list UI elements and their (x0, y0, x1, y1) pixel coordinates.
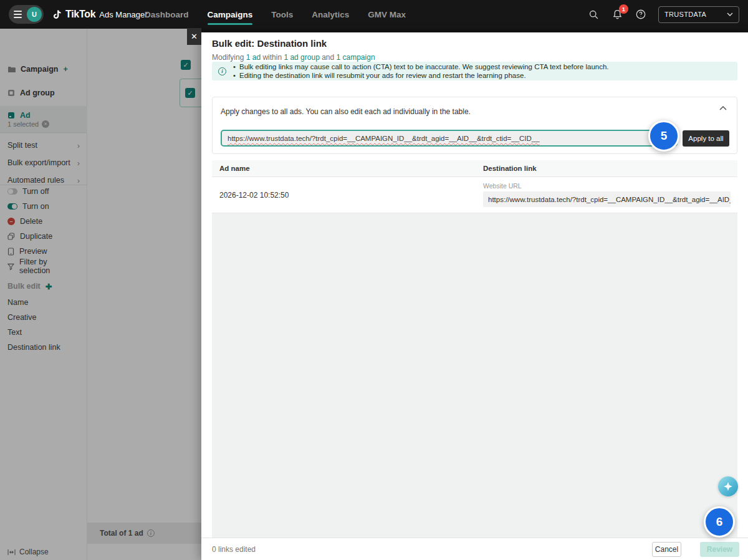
brand-name: TikTok (65, 9, 95, 20)
cancel-button[interactable]: Cancel (652, 542, 681, 557)
nav-analytics[interactable]: Analytics (312, 0, 349, 29)
modal-footer: 0 links edited Cancel Review (201, 538, 748, 560)
table-header: Ad name Destination link (212, 160, 737, 177)
notification-badge: 1 (619, 4, 628, 14)
ai-assistant-button[interactable] (718, 476, 738, 496)
apply-description: Apply changes to all ads. You can also e… (221, 107, 471, 116)
nav-gmv-max[interactable]: GMV Max (368, 0, 406, 29)
account-selector[interactable]: TRUSTDATA (658, 6, 739, 23)
search-icon[interactable] (587, 8, 600, 21)
links-edited-status: 0 links edited (212, 545, 256, 554)
tiktok-ads-manager-app: U TikTok Ads Manager Dashboard Campaigns… (0, 0, 748, 560)
modal-subtitle: Modifying 1 ad within 1 ad group and 1 c… (212, 53, 375, 62)
row-ad-name: 2026-12-02 10:52:50 (219, 191, 289, 200)
close-icon[interactable]: ✕ (187, 28, 201, 45)
primary-nav: Dashboard Campaigns Tools Analytics GMV … (145, 0, 406, 29)
step-5-badge: 5 (648, 120, 679, 152)
account-name: TRUSTDATA (664, 11, 706, 18)
menu-avatar-pill[interactable]: U (9, 5, 44, 24)
column-destination-link: Destination link (483, 165, 537, 172)
nav-dashboard[interactable]: Dashboard (145, 0, 189, 29)
avatar[interactable]: U (27, 7, 42, 22)
banner-bullet-2: Editing the destination link will resubm… (232, 71, 609, 80)
bulk-edit-modal: Bulk edit: Destination link Modifying 1 … (201, 32, 748, 560)
chevron-down-icon (727, 12, 733, 16)
sparkle-icon (722, 481, 734, 492)
banner-bullet-1: Bulk editing links may cause call to act… (232, 62, 609, 71)
info-banner: i Bulk editing links may cause call to a… (212, 62, 737, 80)
help-icon[interactable] (635, 8, 647, 21)
step-6-badge: 6 (704, 506, 735, 538)
chevron-up-icon[interactable] (719, 106, 727, 110)
notifications-bell-icon[interactable]: 1 (611, 8, 623, 21)
column-ad-name: Ad name (212, 165, 483, 172)
nav-campaigns[interactable]: Campaigns (208, 0, 253, 29)
modal-title: Bulk edit: Destination link (212, 38, 327, 49)
destination-url-input[interactable]: https://www.trustdata.tech/?trdt_cpid=__… (221, 130, 678, 147)
brand-suffix: Ads Manager (99, 10, 147, 19)
ads-edit-table: Ad name Destination link 2026-12-02 10:5… (212, 160, 737, 538)
apply-to-all-button[interactable]: Apply to all (683, 130, 729, 147)
top-navbar: U TikTok Ads Manager Dashboard Campaigns… (0, 0, 748, 29)
nav-tools[interactable]: Tools (271, 0, 293, 29)
hamburger-icon[interactable] (14, 11, 22, 18)
link-1-campaign[interactable]: 1 campaign (337, 53, 375, 62)
website-url-label: Website URL (483, 182, 522, 190)
link-1-ad[interactable]: 1 ad (246, 53, 261, 62)
info-icon: i (218, 67, 226, 75)
link-1-ad-group[interactable]: 1 ad group (284, 53, 319, 62)
row-url-input[interactable]: https://www.trustdata.tech/?trdt_cpid=__… (483, 191, 731, 207)
brand-logo: TikTok Ads Manager (51, 0, 148, 29)
table-row: 2026-12-02 10:52:50 Website URL https://… (212, 177, 737, 213)
review-button[interactable]: Review (700, 542, 739, 557)
tiktok-logo-icon (51, 9, 62, 21)
